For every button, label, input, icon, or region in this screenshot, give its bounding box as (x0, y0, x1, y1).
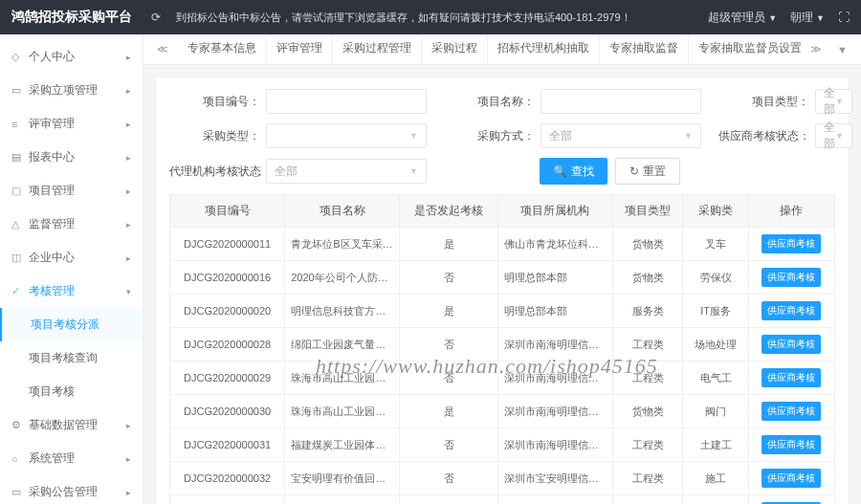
input-project-name[interactable] (541, 89, 701, 114)
tab[interactable]: 专家抽取监督 (600, 34, 689, 64)
search-icon: 🔍 (553, 164, 567, 178)
table-cell: DJCG2020000035 (170, 495, 285, 505)
row-action-button[interactable]: 供应商考核 (762, 335, 821, 354)
tab[interactable]: 招标代理机构抽取 (488, 34, 600, 64)
table-cell: 否 (400, 462, 497, 495)
table-cell: 货物类 (612, 395, 682, 428)
topbar-right: 超级管理员▼ 朝理▼ ⛶ (708, 10, 850, 26)
main-panel: 项目编号： 项目名称： 项目类型：全部▼ 采购类型：▼ 采购方式：全部▼ 供应商… (155, 77, 850, 504)
menu-icon: ◫ (11, 252, 23, 264)
menu-icon: ○ (11, 453, 23, 465)
table-cell: 工程类 (612, 362, 682, 395)
table-cell: DJCG2020000032 (170, 462, 285, 495)
sidebar-item-label: 项目考核 (29, 383, 75, 400)
table-row: DJCG2020000011青龙坏位B区叉车采购...是佛山市青龙坏位科技有限.… (170, 228, 835, 261)
sidebar-item-label: 采购公告管理 (29, 484, 98, 500)
table-header: 项目编号 (170, 195, 285, 228)
reset-button[interactable]: ↻重置 (615, 158, 680, 185)
table-header: 项目所属机构 (497, 195, 612, 228)
skin-menu[interactable]: 朝理▼ (790, 10, 825, 26)
table-cell: 是 (400, 395, 497, 428)
table-cell: 供应商考核 (748, 428, 834, 462)
table-cell: DJCG2020000020 (170, 295, 285, 328)
sidebar-item[interactable]: ⚙基础数据管理▸ (0, 408, 143, 442)
sidebar-item[interactable]: ▭采购立项管理▸ (0, 74, 143, 107)
tab[interactable]: 专家抽取监督员设置 (689, 34, 801, 64)
tab[interactable]: 采购过程 (422, 34, 488, 64)
chevron-icon: ▸ (126, 421, 131, 430)
tab[interactable]: 专家基本信息 (178, 34, 267, 64)
sidebar-item-label: 项目管理 (29, 183, 75, 199)
select-purchase-method[interactable]: 全部▼ (541, 123, 701, 148)
table-cell: 是 (400, 228, 497, 261)
sidebar-item[interactable]: △监督管理▸ (0, 208, 143, 241)
table-cell: 供应商考核 (748, 261, 834, 295)
select-agency-status[interactable]: 全部▼ (266, 159, 427, 184)
chevron-icon: ▸ (126, 488, 131, 497)
label-project-name: 项目名称： (444, 94, 535, 110)
sidebar-item[interactable]: ▢项目管理▸ (0, 174, 143, 208)
chevron-down-icon: ▼ (835, 131, 844, 141)
select-project-type[interactable]: 全部▼ (815, 89, 852, 114)
input-project-no[interactable] (266, 89, 427, 114)
chevron-icon: ▸ (126, 220, 131, 230)
label-purchase-method: 采购方式： (444, 128, 535, 144)
sidebar-item[interactable]: 项目考核分派 (0, 308, 143, 341)
table-header: 操作 (748, 195, 834, 228)
row-action-button[interactable]: 供应商考核 (762, 402, 821, 421)
sidebar-item-label: 考核管理 (29, 283, 75, 299)
table-cell: DJCG2020000029 (170, 362, 285, 395)
table-header: 项目名称 (285, 195, 400, 228)
table-cell: 否 (400, 495, 497, 505)
table-cell: 深圳市南海明理信息科技... (497, 328, 612, 362)
table-header: 项目类型 (612, 195, 682, 228)
row-action-button[interactable]: 供应商考核 (762, 368, 821, 387)
table-row: DJCG2020000028绵阳工业园废气量中...否深圳市南海明理信息科技..… (170, 328, 835, 362)
table-cell: IT服务 (683, 295, 749, 328)
table-row: DJCG20200000162020年公司个人防护...否明理总部本部货物类劳保… (170, 261, 835, 295)
chevron-icon: ▸ (126, 253, 131, 263)
row-action-button[interactable]: 供应商考核 (762, 301, 821, 320)
user-menu[interactable]: 超级管理员▼ (708, 10, 777, 26)
select-purchase-type[interactable]: ▼ (266, 123, 427, 148)
table-cell: 福建煤炭工业园体改... (285, 428, 400, 462)
sidebar-item[interactable]: ◫企业中心▸ (0, 241, 143, 274)
sidebar-item-label: 评审管理 (29, 116, 75, 132)
table-cell: 万瑞斯（唐山曹妃甸）环... (497, 495, 612, 505)
label-supplier-status: 供应商考核状态： (718, 128, 809, 144)
table-cell: 土建工 (683, 428, 749, 462)
table-cell: 明理信息科技官方网... (285, 295, 400, 328)
table-cell: 珠海市高山工业园管... (285, 362, 400, 395)
row-action-button[interactable]: 供应商考核 (762, 435, 821, 454)
tabs-scroll-right-icon[interactable]: ≫ (805, 43, 828, 55)
sidebar-item[interactable]: 项目考核 (0, 375, 143, 408)
table-row: DJCG2020000029珠海市高山工业园管...否深圳市南海明理信息科技..… (170, 362, 835, 395)
tabs-scroll-left-icon[interactable]: ≪ (151, 43, 174, 55)
row-action-button[interactable]: 供应商考核 (762, 469, 821, 488)
row-action-button[interactable]: 供应商考核 (762, 268, 821, 287)
table-cell: 供应商考核 (748, 228, 834, 261)
sidebar-item[interactable]: ✓考核管理▾ (0, 274, 143, 308)
table-cell: 电气工 (683, 362, 749, 395)
table-cell: 深圳市宝安明理信息科技... (497, 462, 612, 495)
menu-icon: ▢ (11, 185, 23, 197)
sidebar-item[interactable]: ▤报表中心▸ (0, 141, 143, 174)
fullscreen-icon[interactable]: ⛶ (838, 11, 850, 24)
table-cell: 绵阳工业园废气量中... (285, 328, 400, 362)
select-supplier-status[interactable]: 全部▼ (815, 123, 852, 148)
scrolling-notice: 到招标公告和中标公告，请尝试清理下浏览器缓存，如有疑问请拨打技术支持电话400-… (176, 11, 708, 25)
table-cell: 否 (400, 428, 497, 462)
table-cell: 否 (400, 328, 497, 362)
refresh-icon[interactable]: ⟳ (151, 11, 161, 24)
tabs-menu-icon[interactable]: ▼ (831, 44, 853, 55)
search-button[interactable]: 🔍查找 (540, 158, 607, 185)
tab[interactable]: 采购过程管理 (333, 34, 422, 64)
tab[interactable]: 评审管理 (267, 34, 333, 64)
sidebar-item[interactable]: 项目考核查询 (0, 341, 143, 375)
chevron-icon: ▸ (126, 120, 131, 129)
row-action-button[interactable]: 供应商考核 (762, 234, 821, 253)
sidebar-item[interactable]: ◇个人中心▸ (0, 40, 143, 74)
sidebar-item[interactable]: ≡评审管理▸ (0, 107, 143, 141)
sidebar-item[interactable]: ▭采购公告管理▸ (0, 475, 143, 504)
sidebar-item[interactable]: ○系统管理▸ (0, 442, 143, 475)
